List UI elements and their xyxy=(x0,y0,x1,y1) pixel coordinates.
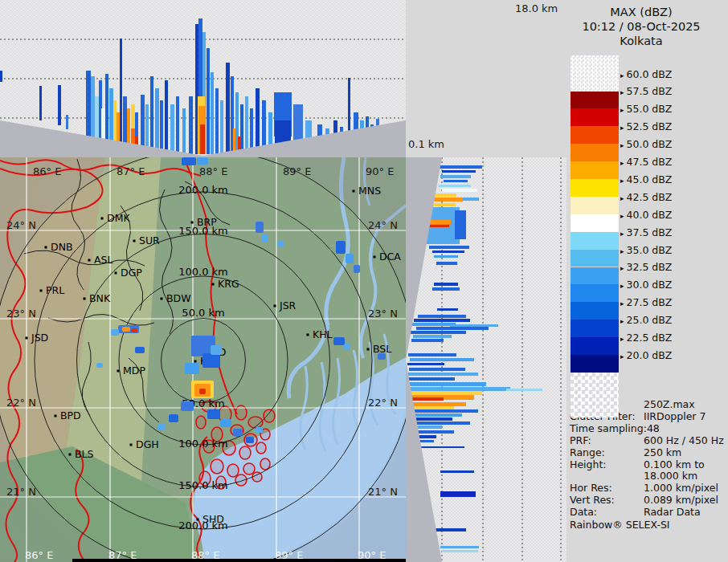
legend-tick-arrow-icon: ▸ xyxy=(620,141,624,149)
legend-tick-label: ▸60.0 dBZ xyxy=(620,68,717,80)
legend-tick-text: 47.5 dBZ xyxy=(627,156,673,168)
metadata-row: Time sampling:48 xyxy=(570,422,728,434)
metadata-value: 1.000 km/pixel xyxy=(644,482,718,494)
lat-label-right: 21° N xyxy=(368,486,398,498)
legend-swatch xyxy=(571,232,619,250)
lat-label-right: 24° N xyxy=(368,219,398,231)
lat-label-right: 23° N xyxy=(368,307,398,320)
metadata-value: 0.100 km to xyxy=(644,458,705,470)
echo-blob xyxy=(131,328,137,332)
lon-label-top: 87° E xyxy=(117,165,145,177)
legend-tick-label: ▸40.0 dBZ xyxy=(620,209,717,221)
profile-bar xyxy=(440,546,479,548)
profile-bar xyxy=(442,170,476,173)
profile-bar xyxy=(414,319,470,322)
metadata-row: Height:0.100 km to xyxy=(570,458,728,470)
legend-tick-arrow-icon: ▸ xyxy=(620,317,624,325)
profile-bar xyxy=(411,323,456,326)
profile-bar xyxy=(432,250,464,253)
profile-bar xyxy=(155,88,159,154)
metadata-label: Time sampling: xyxy=(570,422,647,434)
metadata-label: Vert Res: xyxy=(570,494,644,506)
profile-bar xyxy=(406,387,510,391)
city-label: BDW xyxy=(166,292,191,304)
legend-tick-text: 45.0 dBZ xyxy=(627,173,673,185)
legend-tick-text: 25.0 dBZ xyxy=(627,314,673,326)
profile-bar xyxy=(410,358,474,361)
echo-blob xyxy=(354,265,360,273)
city-dot xyxy=(161,298,163,300)
legend-swatch xyxy=(571,337,619,355)
profile-bar xyxy=(429,246,469,249)
echo-blob xyxy=(169,414,178,422)
profile-bar xyxy=(293,104,303,145)
city-dot xyxy=(117,370,120,373)
city-dot xyxy=(130,444,133,446)
echo-blob xyxy=(277,241,284,247)
profile-bar xyxy=(39,86,42,120)
legend-swatch xyxy=(571,284,619,302)
city-label: PRL xyxy=(46,284,64,296)
city-dot xyxy=(133,240,136,242)
echo-blob xyxy=(333,337,345,345)
city-dot xyxy=(69,454,72,456)
city-label: KRG xyxy=(218,278,239,290)
legend-swatch xyxy=(571,161,619,179)
right-profile-plot xyxy=(406,157,566,562)
metadata-value: 250Z.max xyxy=(644,398,695,410)
legend-swatch xyxy=(571,302,619,320)
city-dot xyxy=(26,337,28,340)
legend-swatch xyxy=(571,214,619,232)
height-axis-max-label: 18.0 km xyxy=(515,2,558,14)
echo-blob xyxy=(220,419,231,427)
profile-bar xyxy=(406,409,478,413)
profile-bar xyxy=(418,315,466,318)
profile-bar xyxy=(440,491,476,497)
profile-bar xyxy=(182,108,186,154)
city-label: BLS xyxy=(75,448,94,460)
legend-tick-label: ▸35.0 dBZ xyxy=(620,244,717,256)
legend-tick-label: ▸20.0 dBZ xyxy=(620,349,717,361)
profile-bar xyxy=(434,255,458,258)
profile-bar xyxy=(407,363,444,365)
city-label: DNB xyxy=(51,241,73,253)
profile-bar xyxy=(440,470,474,473)
metadata-value: Radar Data xyxy=(644,506,701,518)
profile-bar xyxy=(410,331,466,334)
legend-tick-arrow-icon: ▸ xyxy=(620,177,624,185)
metadata-value: 48 xyxy=(647,422,660,434)
legend-tick-label: ▸27.5 dBZ xyxy=(620,296,717,308)
city-dot xyxy=(367,348,370,351)
legend-tick-text: 32.5 dBZ xyxy=(627,261,673,273)
city-label: JSD xyxy=(31,332,48,344)
profile-bar xyxy=(434,283,458,286)
lon-label-bottom: 86° E xyxy=(25,549,53,561)
metadata-row: 18.000 km xyxy=(570,470,728,482)
legend-tick-arrow-icon: ▸ xyxy=(620,106,624,114)
legend-tick-arrow-icon: ▸ xyxy=(620,282,624,290)
city-label: ASL xyxy=(94,254,112,266)
metadata-label: Data: xyxy=(570,506,644,518)
profile-bar xyxy=(439,185,471,187)
legend-tick-arrow-icon: ▸ xyxy=(620,194,624,202)
profile-bar xyxy=(200,124,205,154)
title-block: MAX (dBZ) 10:12 / 08-Oct-2025 Kolkata xyxy=(554,5,728,48)
city-dot xyxy=(194,360,197,363)
legend-swatch xyxy=(571,267,619,285)
profile-bar xyxy=(416,327,489,330)
legend-tick-arrow-icon: ▸ xyxy=(620,212,624,220)
legend-swatch xyxy=(571,144,619,161)
legend-tick-label: ▸30.0 dBZ xyxy=(620,279,717,291)
lat-label-right: 22° N xyxy=(368,397,398,409)
profile-bar xyxy=(407,377,455,381)
profile-bar xyxy=(165,80,168,154)
city-label: JSR xyxy=(279,299,297,312)
legend-tick-arrow-icon: ▸ xyxy=(620,71,624,79)
echo-blob xyxy=(135,347,145,353)
lon-label-top: 86° E xyxy=(33,165,61,177)
echo-blob xyxy=(182,157,196,165)
legend-tick-arrow-icon: ▸ xyxy=(620,352,624,360)
profile-bar xyxy=(432,287,460,291)
legend-swatch xyxy=(571,179,619,197)
profile-bar xyxy=(211,72,214,154)
